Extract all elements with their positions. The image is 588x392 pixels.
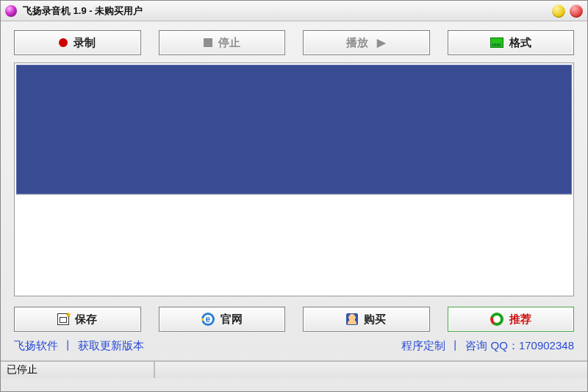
browser-icon <box>201 313 215 326</box>
record-label: 录制 <box>74 36 96 50</box>
stop-button[interactable]: 停止 <box>159 30 286 55</box>
separator: 丨 <box>450 339 461 353</box>
link-software[interactable]: 飞扬软件 <box>14 339 58 353</box>
waveform-detail <box>16 194 572 294</box>
recommend-label: 推荐 <box>509 313 531 327</box>
play-label: 播放 <box>346 36 368 50</box>
close-button[interactable] <box>570 4 583 18</box>
status-bar: 已停止 <box>1 360 587 378</box>
record-button[interactable]: 录制 <box>14 30 141 55</box>
save-button[interactable]: 保存 <box>14 307 141 332</box>
save-label: 保存 <box>75 313 97 327</box>
play-icon: ▶ <box>377 36 386 49</box>
titlebar: 飞扬录音机 1.9 - 未购买用户 <box>1 1 587 21</box>
link-bar: 飞扬软件 丨 获取更新版本 程序定制 丨 咨询 QQ：170902348 <box>1 336 587 360</box>
window-controls <box>552 4 583 18</box>
format-button[interactable]: 格式 <box>448 30 575 55</box>
waveform-area <box>14 63 574 296</box>
website-label: 官网 <box>220 313 243 327</box>
buy-label: 购买 <box>364 313 386 327</box>
format-label: 格式 <box>509 36 531 50</box>
stop-label: 停止 <box>218 36 240 50</box>
play-button[interactable]: 播放 ▶ <box>303 30 430 55</box>
swirl-icon <box>490 313 503 326</box>
user-icon <box>346 313 358 325</box>
window-title: 飞扬录音机 1.9 - 未购买用户 <box>23 4 552 18</box>
status-text: 已停止 <box>1 362 155 378</box>
minimize-button[interactable] <box>552 4 565 18</box>
buy-button[interactable]: 购买 <box>303 307 430 332</box>
link-update[interactable]: 获取更新版本 <box>78 339 144 353</box>
recommend-button[interactable]: 推荐 <box>448 307 575 332</box>
waveform-display <box>16 65 572 194</box>
app-icon <box>5 5 17 17</box>
format-icon <box>490 38 503 48</box>
main-toolbar: 录制 停止 播放 ▶ 格式 <box>1 21 587 63</box>
stop-icon <box>204 38 212 47</box>
separator: 丨 <box>62 339 74 353</box>
link-consult[interactable]: 咨询 QQ：170902348 <box>465 339 574 353</box>
record-icon <box>59 38 68 47</box>
link-custom[interactable]: 程序定制 <box>401 339 445 353</box>
save-icon <box>57 313 69 325</box>
secondary-toolbar: 保存 官网 购买 推荐 <box>1 296 587 336</box>
website-button[interactable]: 官网 <box>159 307 286 332</box>
